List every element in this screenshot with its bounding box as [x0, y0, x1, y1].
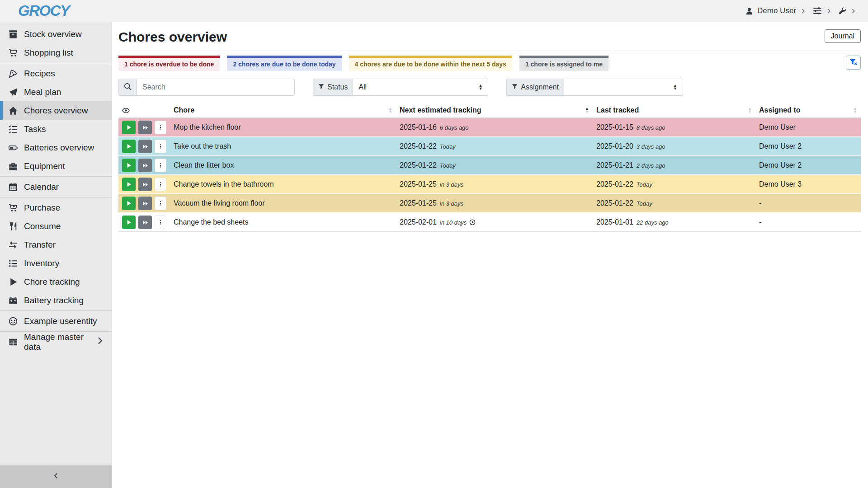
sidebar-item-label: Stock overview	[24, 29, 82, 39]
alert-due-today[interactable]: 2 chores are due to be done today	[227, 56, 341, 71]
track-chore-button[interactable]	[122, 121, 136, 134]
sidebar-collapse-button[interactable]	[0, 465, 112, 488]
sidebar-item-shopping-list[interactable]: Shopping list	[0, 43, 112, 62]
journal-button[interactable]: Journal	[825, 29, 861, 43]
sidebar-item-label: Calendar	[24, 182, 59, 192]
select-caret-icon: ▲▼	[473, 84, 482, 90]
chore-name: Mop the kitchen floor	[170, 118, 396, 137]
exchange-icon	[9, 240, 18, 249]
sidebar-item-stock-overview[interactable]: Stock overview	[0, 25, 112, 43]
play-icon	[126, 125, 132, 130]
row-menu-button[interactable]	[155, 159, 166, 172]
chore-name: Clean the litter box	[170, 156, 396, 175]
assigned-to: Demo User 2	[755, 137, 861, 156]
table-row: Change the bed sheets 2025-02-01in 10 da…	[118, 213, 861, 232]
chore-name: Vacuum the living room floor	[170, 194, 396, 213]
sidebar-item-label: Batteries overview	[24, 143, 94, 153]
column-header-chore[interactable]: Chore▲▼	[170, 103, 396, 118]
assignment-select[interactable]: ▲▼	[564, 79, 683, 96]
sidebar-item-transfer[interactable]: Transfer	[0, 235, 112, 254]
sidebar-item-batteries-overview[interactable]: Batteries overview	[0, 138, 112, 157]
skip-chore-button[interactable]	[138, 121, 152, 134]
play-icon	[126, 201, 132, 206]
skip-chore-button[interactable]	[138, 159, 152, 172]
box-icon	[9, 30, 18, 39]
forward-icon	[142, 201, 148, 206]
sidebar-item-equipment[interactable]: Equipment	[0, 157, 112, 175]
chores-table: Chore▲▼ Next estimated tracking▲▼ Last t…	[118, 103, 861, 232]
user-menu[interactable]: Demo User	[745, 6, 806, 15]
skip-chore-button[interactable]	[138, 197, 152, 210]
alert-due-soon[interactable]: 4 chores are due to be done within the n…	[349, 56, 512, 71]
assigned-to: -	[755, 194, 861, 213]
forward-icon	[142, 182, 148, 188]
sidebar-item-inventory[interactable]: Inventory	[0, 254, 112, 272]
column-header-next-estimated-tracking[interactable]: Next estimated tracking▲▼	[396, 103, 593, 118]
sidebar-item-calendar[interactable]: Calendar	[0, 178, 112, 196]
select-caret-icon: ▲▼	[668, 84, 677, 90]
sidebar-item-purchase[interactable]: Purchase	[0, 198, 112, 217]
ellipsis-vertical-icon	[158, 162, 163, 169]
row-menu-button[interactable]	[155, 216, 166, 229]
forward-icon	[142, 220, 148, 225]
assignment-filter-label: Assignment	[506, 79, 564, 96]
grocy-logo[interactable]: GROCY	[18, 2, 70, 19]
user-icon	[745, 7, 753, 15]
track-chore-button[interactable]	[122, 140, 136, 153]
table-icon	[9, 338, 18, 347]
sidebar-item-chore-tracking[interactable]: Chore tracking	[0, 272, 112, 291]
status-select[interactable]: All ▲▼	[353, 79, 488, 96]
ellipsis-vertical-icon	[158, 181, 163, 188]
forward-icon	[142, 144, 148, 150]
row-menu-button[interactable]	[155, 178, 166, 191]
filter-row: Status All ▲▼ Assignment ▲▼	[118, 79, 861, 96]
search-icon-box	[118, 79, 137, 96]
eye-icon	[122, 107, 166, 114]
sidebar-item-tasks[interactable]: Tasks	[0, 120, 112, 138]
settings-menu[interactable]	[813, 6, 832, 15]
track-chore-button[interactable]	[122, 197, 136, 210]
search-input[interactable]	[137, 79, 295, 96]
status-filter-label: Status	[313, 79, 353, 96]
track-chore-button[interactable]	[122, 216, 136, 229]
track-chore-button[interactable]	[122, 159, 136, 172]
sort-icon-active-asc: ▲▼	[585, 107, 589, 113]
skip-chore-button[interactable]	[138, 216, 152, 229]
sidebar-item-example-userentity[interactable]: Example userentity	[0, 312, 112, 330]
row-menu-button[interactable]	[155, 140, 166, 153]
skip-chore-button[interactable]	[138, 140, 152, 153]
alert-assigned-to-me[interactable]: 1 chore is assigned to me	[519, 56, 609, 71]
sidebar-item-battery-tracking[interactable]: Battery tracking	[0, 291, 112, 310]
sidebar-item-meal-plan[interactable]: Meal plan	[0, 83, 112, 101]
chevron-right-icon	[850, 8, 856, 14]
sidebar-item-consume[interactable]: Consume	[0, 217, 112, 235]
admin-menu[interactable]	[839, 7, 856, 15]
clear-filter-button[interactable]	[846, 56, 861, 70]
sidebar-item-chores-overview[interactable]: Chores overview	[0, 101, 112, 120]
sidebar-divider	[0, 197, 112, 197]
main-content: Chores overview Journal 1 chore is overd…	[112, 22, 868, 488]
sidebar-item-label: Battery tracking	[24, 296, 84, 305]
ellipsis-vertical-icon	[158, 219, 163, 225]
alert-overdue[interactable]: 1 chore is overdue to be done	[118, 56, 220, 71]
play-icon	[126, 163, 132, 168]
column-header-last-tracked[interactable]: Last tracked▲▼	[593, 103, 755, 118]
column-header-assigned-to[interactable]: Assigned to▲▼	[755, 103, 861, 118]
track-chore-button[interactable]	[122, 178, 136, 191]
play-icon	[126, 220, 132, 225]
row-menu-button[interactable]	[155, 197, 166, 210]
grocy-app: GROCY Demo User Stock overview	[0, 0, 868, 488]
row-menu-button[interactable]	[155, 121, 166, 134]
sidebar-item-recipes[interactable]: Recipes	[0, 64, 112, 83]
sidebar-item-manage-master-data[interactable]: Manage master data	[0, 333, 112, 351]
sidebar-item-label: Recipes	[24, 69, 55, 79]
chore-name: Change the bed sheets	[170, 213, 396, 232]
sort-icon: ▲▼	[853, 107, 857, 113]
skip-chore-button[interactable]	[138, 178, 152, 191]
column-visibility-header[interactable]	[118, 103, 170, 118]
sidebar-item-label: Manage master data	[24, 332, 89, 352]
smile-icon	[9, 317, 18, 326]
pizza-icon	[9, 69, 18, 78]
assigned-to: Demo User 3	[755, 175, 861, 194]
chevron-right-icon	[800, 8, 806, 14]
